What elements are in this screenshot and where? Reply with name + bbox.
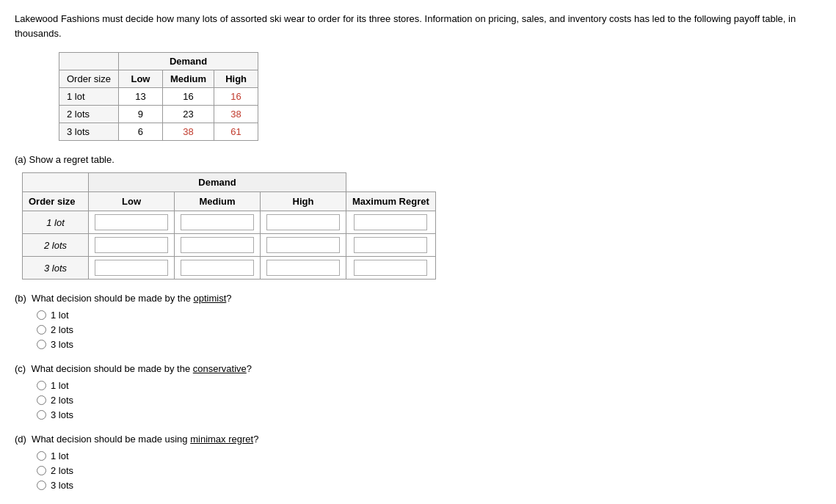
section-c-radio-3lots[interactable] xyxy=(37,410,46,420)
section-d-question: (d) What decision should be made using m… xyxy=(15,434,821,445)
payoff-row-2-low: 9 xyxy=(118,106,162,123)
section-d-label-1lot: 1 lot xyxy=(51,450,69,461)
regret-row-3-low-input[interactable] xyxy=(95,260,168,276)
optimist-underline: optimist xyxy=(194,293,227,304)
regret-row-1-maxregret-cell xyxy=(346,211,436,234)
regret-high-header: High xyxy=(261,192,346,211)
payoff-row-1-low: 13 xyxy=(118,88,162,106)
regret-row-2-label: 2 lots xyxy=(23,234,89,257)
regret-table: Demand Order size Low Medium High Maximu… xyxy=(22,172,436,280)
section-d-radio-3lots[interactable] xyxy=(37,481,46,490)
regret-table-section: Demand Order size Low Medium High Maximu… xyxy=(22,172,821,280)
section-c-radio-2lots[interactable] xyxy=(37,395,46,405)
regret-row-2-maxregret-input[interactable] xyxy=(354,237,427,253)
regret-row-3-label: 3 lots xyxy=(23,257,89,280)
section-d-radio-group: 1 lot 2 lots 3 lots xyxy=(37,450,821,491)
regret-row-3-medium-cell xyxy=(175,257,261,280)
section-b-radio-3lots[interactable] xyxy=(37,340,46,349)
payoff-row-2-label: 2 lots xyxy=(59,106,119,123)
regret-row-1-high-cell xyxy=(261,211,346,234)
section-c-label-1lot: 1 lot xyxy=(51,380,69,391)
regret-row-2-medium-input[interactable] xyxy=(181,237,254,253)
payoff-row-2-medium: 23 xyxy=(162,106,214,123)
payoff-row-1-medium: 16 xyxy=(162,88,214,106)
regret-row-1-label: 1 lot xyxy=(23,211,89,234)
section-a-label: (a) Show a regret table. xyxy=(15,154,821,165)
conservative-underline: conservative xyxy=(193,363,247,374)
regret-row-1-medium-cell xyxy=(175,211,261,234)
section-b-radio-1lot[interactable] xyxy=(37,310,46,320)
regret-row-1-maxregret-input[interactable] xyxy=(354,214,427,230)
section-b-block: (b) What decision should be made by the … xyxy=(15,293,821,350)
demand-header-label: Demand xyxy=(118,53,258,70)
section-c-option-3[interactable]: 3 lots xyxy=(37,409,821,420)
regret-row-1-medium-input[interactable] xyxy=(181,214,254,230)
payoff-row-3-label: 3 lots xyxy=(59,123,119,141)
regret-max-regret-header: Maximum Regret xyxy=(346,192,436,211)
regret-row-1-high-input[interactable] xyxy=(266,214,340,230)
section-b-option-3[interactable]: 3 lots xyxy=(37,339,821,350)
regret-row-3-medium-input[interactable] xyxy=(181,260,254,276)
intro-text: Lakewood Fashions must decide how many l… xyxy=(15,12,821,40)
medium-col-header: Medium xyxy=(162,70,214,88)
section-d-block: (d) What decision should be made using m… xyxy=(15,434,821,491)
regret-row-2-medium-cell xyxy=(175,234,261,257)
regret-row-3-high-input[interactable] xyxy=(266,260,340,276)
low-col-header: Low xyxy=(118,70,162,88)
section-c-option-1[interactable]: 1 lot xyxy=(37,380,821,391)
regret-row-2-high-input[interactable] xyxy=(266,237,340,253)
regret-row-1-low-cell xyxy=(89,211,175,234)
payoff-row-1-high: 16 xyxy=(214,88,258,106)
section-c-radio-group: 1 lot 2 lots 3 lots xyxy=(37,380,821,420)
payoff-row-1-label: 1 lot xyxy=(59,88,119,106)
section-d-option-2[interactable]: 2 lots xyxy=(37,465,821,476)
high-col-header: High xyxy=(214,70,258,88)
section-c-radio-1lot[interactable] xyxy=(37,381,46,390)
section-c-block: (c) What decision should be made by the … xyxy=(15,363,821,420)
section-d-label-3lots: 3 lots xyxy=(51,480,73,491)
regret-row-3-low-cell xyxy=(89,257,175,280)
section-d-option-3[interactable]: 3 lots xyxy=(37,480,821,491)
section-d-radio-1lot[interactable] xyxy=(37,451,46,461)
payoff-row-3-medium: 38 xyxy=(162,123,214,141)
section-d-radio-2lots[interactable] xyxy=(37,466,46,475)
minimax-underline: minimax regret xyxy=(190,434,253,445)
section-d-label-2lots: 2 lots xyxy=(51,465,73,476)
payoff-table: Demand Order size Low Medium High 1 lot … xyxy=(59,52,258,141)
section-b-radio-2lots[interactable] xyxy=(37,325,46,335)
regret-medium-header: Medium xyxy=(175,192,261,211)
section-b-question: (b) What decision should be made by the … xyxy=(15,293,821,304)
regret-row-3-maxregret-cell xyxy=(346,257,436,280)
regret-row-2-low-input[interactable] xyxy=(95,237,168,253)
section-b-option-2[interactable]: 2 lots xyxy=(37,324,821,335)
section-d-option-1[interactable]: 1 lot xyxy=(37,450,821,461)
section-c-option-2[interactable]: 2 lots xyxy=(37,395,821,406)
payoff-row-3-low: 6 xyxy=(118,123,162,141)
order-size-col-header: Order size xyxy=(59,70,119,88)
section-b-label-3lots: 3 lots xyxy=(51,339,73,350)
regret-row-2-maxregret-cell xyxy=(346,234,436,257)
payoff-table-section: Demand Order size Low Medium High 1 lot … xyxy=(59,52,821,141)
section-b-option-1[interactable]: 1 lot xyxy=(37,310,821,321)
regret-row-2-high-cell xyxy=(261,234,346,257)
regret-low-header: Low xyxy=(89,192,175,211)
section-b-label-1lot: 1 lot xyxy=(51,310,69,321)
regret-row-2-low-cell xyxy=(89,234,175,257)
regret-row-1-low-input[interactable] xyxy=(95,214,168,230)
section-c-label-2lots: 2 lots xyxy=(51,395,73,406)
regret-order-size-header: Order size xyxy=(23,192,89,211)
payoff-row-2-high: 38 xyxy=(214,106,258,123)
section-c-label-3lots: 3 lots xyxy=(51,409,73,420)
section-b-label-2lots: 2 lots xyxy=(51,324,73,335)
section-b-radio-group: 1 lot 2 lots 3 lots xyxy=(37,310,821,350)
regret-row-3-high-cell xyxy=(261,257,346,280)
section-c-question: (c) What decision should be made by the … xyxy=(15,363,821,374)
payoff-row-3-high: 61 xyxy=(214,123,258,141)
regret-row-3-maxregret-input[interactable] xyxy=(354,260,427,276)
regret-demand-header: Demand xyxy=(89,173,346,192)
